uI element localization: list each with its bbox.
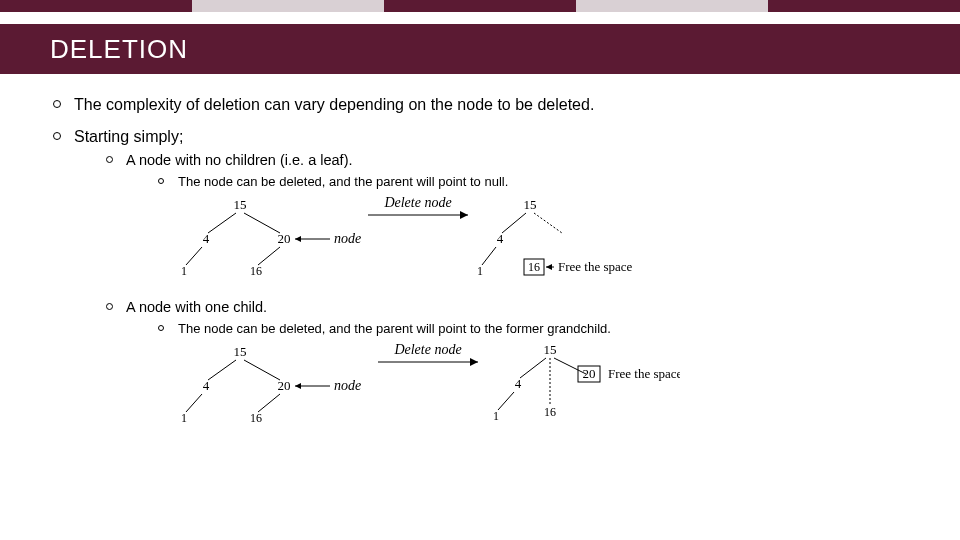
tree-node-root: 15 <box>524 197 537 212</box>
svg-line-3 <box>258 247 280 265</box>
accent-seg <box>768 0 960 12</box>
tree-node: 1 <box>181 411 187 424</box>
tree-node: 1 <box>493 409 499 423</box>
svg-marker-7 <box>460 211 468 219</box>
label-free-space: Free the space <box>558 259 633 274</box>
tree-node-root: 15 <box>234 344 247 359</box>
slide-content: The complexity of deletion can vary depe… <box>0 74 960 446</box>
svg-marker-13 <box>546 264 552 270</box>
tree-node: 16 <box>250 411 262 424</box>
label-delete-node: Delete node <box>383 197 451 210</box>
bullet-l2: A node with no children (i.e. a leaf). T… <box>102 152 910 291</box>
label-delete-node: Delete node <box>393 344 461 357</box>
bullet-text: The complexity of deletion can vary depe… <box>64 96 910 114</box>
tree-node: 4 <box>203 231 210 246</box>
svg-line-9 <box>534 213 562 233</box>
svg-line-1 <box>244 213 280 233</box>
svg-line-0 <box>208 213 236 233</box>
bullet-text: A node with no children (i.e. a leaf). <box>126 152 353 168</box>
tree-node: 4 <box>497 231 504 246</box>
tree-node: 16 <box>250 264 262 277</box>
svg-marker-21 <box>470 358 478 366</box>
tree-node: 4 <box>203 378 210 393</box>
label-node: node <box>334 231 361 246</box>
bullet-text: The node can be deleted, and the parent … <box>168 174 910 189</box>
bullet-l3: The node can be deleted, and the parent … <box>154 321 910 336</box>
bullet-text: Starting simply; <box>74 128 183 145</box>
svg-line-8 <box>502 213 526 233</box>
diagram-leaf-delete: 15 4 20 1 16 <box>180 197 910 277</box>
accent-seg <box>384 0 576 12</box>
bullet-text: A node with one child. <box>126 299 267 315</box>
label-node: node <box>334 378 361 393</box>
tree-node: 1 <box>181 264 187 277</box>
svg-marker-5 <box>295 236 301 242</box>
svg-line-14 <box>208 360 236 380</box>
tree-node: 1 <box>477 264 483 277</box>
accent-seg <box>0 0 192 12</box>
tree-node: 20 <box>583 366 596 381</box>
slide-title: DELETION <box>50 34 188 65</box>
bullet-l1: Starting simply; A node with no children… <box>50 128 910 446</box>
bullet-l1: The complexity of deletion can vary depe… <box>50 96 910 114</box>
tree-node: 20 <box>278 378 291 393</box>
svg-line-15 <box>244 360 280 380</box>
svg-line-22 <box>520 358 546 378</box>
svg-marker-19 <box>295 383 301 389</box>
accent-bar <box>0 0 960 12</box>
svg-line-10 <box>482 247 496 265</box>
svg-line-24 <box>498 392 514 410</box>
label-free-space: Free the space <box>608 366 680 381</box>
bullet-l2: A node with one child. The node can be d… <box>102 299 910 438</box>
accent-seg <box>192 0 384 12</box>
bullet-text: The node can be deleted, and the parent … <box>168 321 910 336</box>
tree-node-root: 15 <box>544 344 557 357</box>
tree-node: 16 <box>528 260 540 274</box>
slide-title-bar: DELETION <box>0 24 960 74</box>
tree-node: 4 <box>515 376 522 391</box>
tree-node-root: 15 <box>234 197 247 212</box>
bullet-l3: The node can be deleted, and the parent … <box>154 174 910 189</box>
diagram-one-child-delete: 15 4 20 1 16 <box>180 344 910 424</box>
svg-line-16 <box>186 394 202 412</box>
accent-seg <box>576 0 768 12</box>
tree-node: 16 <box>544 405 556 419</box>
tree-node: 20 <box>278 231 291 246</box>
svg-line-2 <box>186 247 202 265</box>
svg-line-17 <box>258 394 280 412</box>
